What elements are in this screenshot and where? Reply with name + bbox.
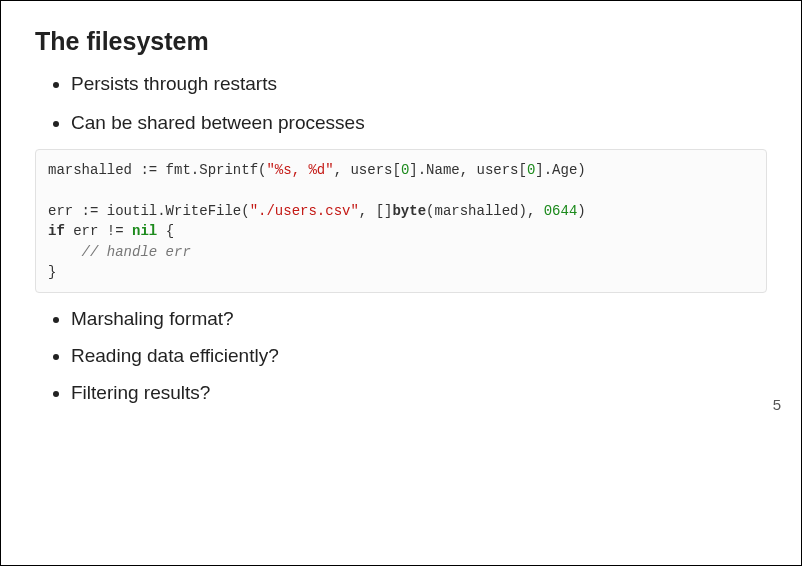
code-keyword: if: [48, 223, 65, 239]
code-string: "./users.csv": [250, 203, 359, 219]
code-text: (marshalled),: [426, 203, 544, 219]
bullet-list-bottom: Marshaling format? Reading data efficien…: [35, 307, 767, 405]
code-text: , users[: [334, 162, 401, 178]
list-item: Reading data efficiently?: [71, 344, 767, 369]
list-item: Marshaling format?: [71, 307, 767, 332]
code-text: ): [577, 203, 585, 219]
code-block: marshalled := fmt.Sprintf("%s, %d", user…: [35, 149, 767, 293]
code-keyword: byte: [392, 203, 426, 219]
list-item: Filtering results?: [71, 381, 767, 406]
code-text: marshalled := fmt.Sprintf(: [48, 162, 266, 178]
bullet-list-top: Persists through restarts Can be shared …: [35, 72, 767, 135]
page-number: 5: [773, 396, 781, 413]
slide: The filesystem Persists through restarts…: [0, 0, 802, 566]
code-text: }: [48, 264, 56, 280]
code-string: "%s, %d": [266, 162, 333, 178]
code-comment: // handle err: [48, 244, 191, 260]
list-item: Can be shared between processes: [71, 111, 767, 136]
code-text: ].Name, users[: [409, 162, 527, 178]
code-text: , []: [359, 203, 393, 219]
code-text: err !=: [65, 223, 132, 239]
code-text: {: [157, 223, 174, 239]
slide-title: The filesystem: [35, 27, 767, 56]
list-item: Persists through restarts: [71, 72, 767, 97]
code-number: 0644: [544, 203, 578, 219]
code-text: err := ioutil.WriteFile(: [48, 203, 250, 219]
code-keyword: nil: [132, 223, 157, 239]
code-text: ].Age): [535, 162, 585, 178]
